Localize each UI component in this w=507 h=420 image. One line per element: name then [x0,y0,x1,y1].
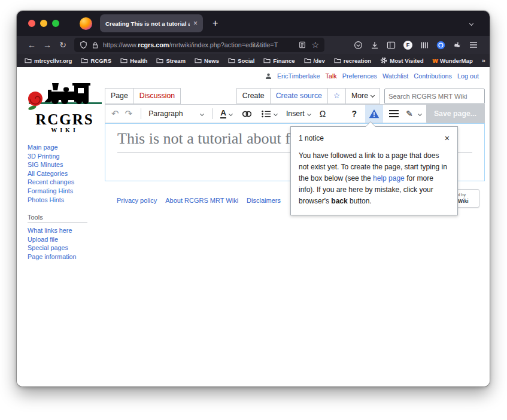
tab-discussion[interactable]: Discussion [133,88,181,104]
back-button[interactable]: ← [24,40,40,50]
watch-star-icon[interactable]: ☆ [327,88,346,104]
notice-popup: 1 notice × You have followed a link to a… [290,126,458,215]
undo-button[interactable]: ↶ [111,108,119,119]
notice-title: 1 notice [299,134,324,142]
bookmark-folder[interactable]: recreation [334,57,371,64]
browser-tab[interactable]: Creating This is not a tutorial about f … [100,14,203,32]
link-icon [241,110,253,118]
close-window-button[interactable] [28,20,35,27]
notice-body: You have followed a link to a page that … [299,150,450,207]
reload-button[interactable]: ↻ [55,40,71,50]
watchlist-link[interactable]: Watchlist [382,72,408,80]
bookmark-folder[interactable]: Finance [263,57,295,64]
f-extension-icon[interactable]: F [403,41,412,50]
bookmark-folder[interactable]: Social [228,57,254,64]
notice-close-icon[interactable]: × [445,133,450,143]
tab-create[interactable]: Create [236,88,271,104]
firefox-icon[interactable] [80,17,92,30]
bookmark-star-icon[interactable]: ☆ [311,40,319,50]
sidebar-item-3d-printing[interactable]: 3D Printing [28,152,105,161]
about-link[interactable]: About RCGRS MRT Wiki [165,197,238,204]
link-button[interactable] [241,110,253,118]
contributions-link[interactable]: Contributions [414,72,452,80]
folder-icon [195,57,202,63]
sidebar-toggle-icon[interactable] [387,41,396,49]
wiki-logo[interactable]: RCGRS WIKI [28,80,102,133]
lock-icon[interactable] [92,41,99,49]
tab-title: Creating This is not a tutorial about f [105,20,190,27]
folder-icon [81,57,88,63]
minimize-window-button[interactable] [40,20,47,27]
disclaimers-link[interactable]: Disclaimers [247,197,281,204]
menu-hamburger-icon[interactable] [469,41,478,48]
wundermap-icon: w [433,57,438,64]
alert-triangle-icon [369,109,380,118]
bookmark-folder[interactable]: mtrcycllvr.org [25,57,72,64]
help-button[interactable]: ? [352,109,357,118]
list-dropdown[interactable] [262,110,277,118]
sidebar-item-all-categories[interactable]: All Categories [28,169,105,178]
tracking-shield-icon[interactable] [80,41,87,49]
list-all-tabs-button[interactable] [467,18,473,29]
url-bar[interactable]: https://www.rcgrs.com/mrtwiki/index.php?… [74,38,324,52]
sidebar-item-special-pages[interactable]: Special pages [28,244,105,252]
tab-more[interactable]: More [345,88,380,104]
redo-button[interactable]: ↷ [125,108,133,119]
bookmark-wundermap[interactable]: wWunderMap [433,57,473,64]
page-tabs: Page Discussion Create Create source ☆ M… [105,89,485,104]
preferences-link[interactable]: Preferences [342,72,377,80]
folder-icon [228,57,235,63]
gear-icon [380,57,387,64]
talk-link[interactable]: Talk [326,72,337,80]
tab-close-icon[interactable]: × [193,19,198,28]
tally-extension-icon[interactable] [420,41,429,49]
user-icon [265,73,272,80]
bookmark-folder[interactable]: RCGRS [81,57,111,64]
onepassword-icon[interactable] [436,41,445,50]
help-page-link[interactable]: help page [373,174,405,182]
reader-view-icon[interactable] [299,41,306,48]
insert-dropdown[interactable]: Insert [286,109,311,118]
pocket-icon[interactable] [354,41,363,50]
paragraph-dropdown[interactable]: Paragraph [148,109,204,118]
search-input[interactable] [388,93,481,100]
tab-page[interactable]: Page [105,88,134,104]
zoom-window-button[interactable] [52,20,59,27]
sidebar-nav: Main page 3D Printing SIG Minutes All Ca… [28,143,105,204]
user-page-link[interactable]: EricTimberlake [277,72,320,80]
notices-button[interactable] [365,105,383,123]
bookmark-folder[interactable]: /dev [304,57,325,64]
bookmark-folder[interactable]: Health [120,57,147,64]
logout-link[interactable]: Log out [457,72,479,80]
chevron-down-icon [274,111,278,115]
folder-icon [304,57,311,63]
extensions-puzzle-icon[interactable] [453,41,462,49]
bookmarks-overflow-button[interactable]: » [482,57,485,64]
search-box[interactable] [384,89,485,104]
tab-create-source[interactable]: Create source [270,88,328,104]
sidebar-item-recent-changes[interactable]: Recent changes [28,178,105,187]
sidebar-item-main-page[interactable]: Main page [28,143,105,152]
forward-button[interactable]: → [40,40,55,50]
editor-mode-dropdown[interactable]: ✎ [406,109,421,118]
privacy-policy-link[interactable]: Privacy policy [117,197,157,204]
new-tab-button[interactable]: + [212,18,218,29]
sidebar-item-formating-hints[interactable]: Formating Hints [28,187,105,196]
sidebar-item-sig-minutes[interactable]: SIG Minutes [28,160,105,169]
sidebar-item-photos-hints[interactable]: Photos Hints [28,196,105,205]
bookmark-most-visited[interactable]: Most Visited [380,57,423,64]
save-page-button[interactable]: Save page... [426,104,484,123]
logo-title: RCGRS [28,112,102,127]
special-character-button[interactable]: Ω [320,109,326,118]
download-icon[interactable] [371,41,379,50]
sidebar-item-upload-file[interactable]: Upload file [28,235,105,244]
bookmark-folder[interactable]: Stream [156,57,186,64]
text-style-dropdown[interactable]: A [220,109,232,119]
sidebar-item-page-information[interactable]: Page information [28,252,105,261]
page-options-button[interactable] [389,110,399,118]
pencil-icon: ✎ [406,109,413,118]
text-style-icon: A [220,109,226,119]
sidebar-item-what-links-here[interactable]: What links here [28,226,105,235]
folder-icon [334,57,341,63]
bookmark-folder[interactable]: News [195,57,219,64]
